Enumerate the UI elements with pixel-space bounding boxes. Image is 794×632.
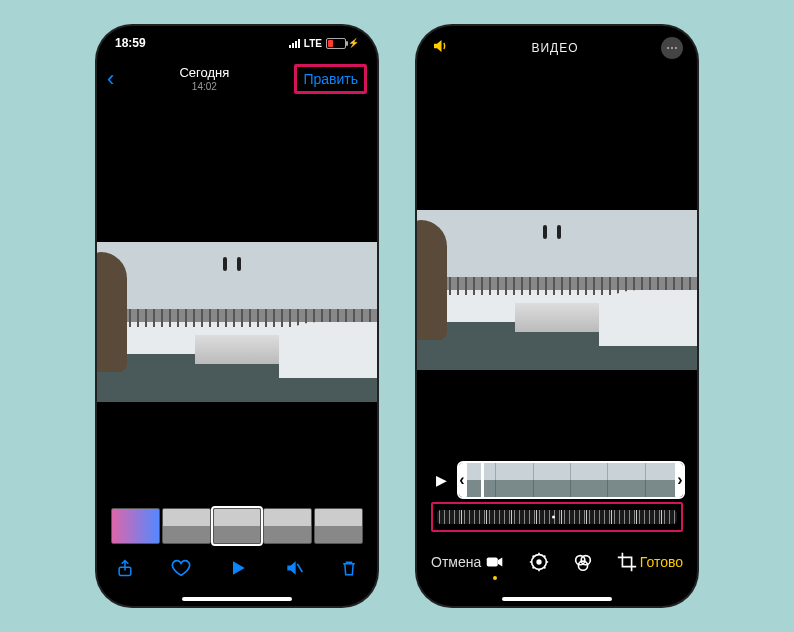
- back-button[interactable]: ‹: [107, 66, 114, 92]
- battery-icon: [326, 38, 346, 49]
- clock: 18:59: [115, 36, 146, 50]
- thumbnail-selected[interactable]: [213, 508, 262, 544]
- trim-handle-right[interactable]: [675, 461, 685, 499]
- favorite-icon[interactable]: [170, 557, 192, 584]
- sound-icon[interactable]: [431, 37, 449, 59]
- network-label: LTE: [304, 38, 322, 49]
- svg-rect-2: [486, 557, 497, 566]
- video-preview-edit[interactable]: [417, 210, 697, 370]
- edit-button[interactable]: Править: [294, 64, 367, 94]
- title-bar: ‹ Сегодня 14:02 Править: [97, 60, 377, 102]
- video-frame: [97, 242, 377, 402]
- thumbnail-strip[interactable]: [111, 508, 363, 544]
- svg-line-1: [297, 563, 302, 571]
- thumbnail[interactable]: [162, 508, 211, 544]
- svg-point-4: [537, 560, 541, 564]
- trim-track[interactable]: [457, 461, 685, 499]
- charging-icon: ⚡: [348, 38, 359, 48]
- trim-timeline[interactable]: ▶: [429, 462, 685, 498]
- mute-icon[interactable]: [284, 558, 304, 583]
- edit-bottom-bar: Отмена Готово: [417, 540, 697, 584]
- playhead[interactable]: [481, 461, 484, 499]
- video-mode-icon[interactable]: [484, 551, 506, 573]
- edit-top-bar: ВИДЕО ⋯: [417, 26, 697, 70]
- adjustment-ruler[interactable]: [431, 502, 683, 532]
- svg-point-6: [581, 556, 590, 565]
- video-frame: [417, 210, 697, 370]
- share-icon[interactable]: [115, 558, 135, 583]
- status-bar: 18:59 LTE ⚡: [97, 26, 377, 60]
- crop-icon[interactable]: [616, 551, 638, 573]
- signal-icon: [289, 39, 300, 48]
- adjust-icon[interactable]: [528, 551, 550, 573]
- status-indicators: LTE ⚡: [289, 38, 359, 49]
- video-preview[interactable]: [97, 242, 377, 402]
- phone-view-edit: ВИДЕО ⋯ ▶ Отмена: [417, 26, 697, 606]
- cancel-button[interactable]: Отмена: [431, 554, 481, 570]
- play-icon[interactable]: ▶: [429, 463, 453, 497]
- play-icon[interactable]: [228, 558, 248, 583]
- ruler-indicator: [552, 516, 555, 519]
- thumbnail[interactable]: [111, 508, 160, 544]
- thumbnail[interactable]: [314, 508, 363, 544]
- home-indicator[interactable]: [182, 597, 292, 601]
- more-icon[interactable]: ⋯: [661, 37, 683, 59]
- thumbnail[interactable]: [263, 508, 312, 544]
- page-title: Сегодня: [179, 65, 229, 80]
- filters-icon[interactable]: [572, 551, 594, 573]
- phone-view-gallery: 18:59 LTE ⚡ ‹ Сегодня 14:02 Править: [97, 26, 377, 606]
- trim-handle-left[interactable]: [457, 461, 467, 499]
- trash-icon[interactable]: [339, 558, 359, 583]
- ruler-scale[interactable]: [437, 510, 677, 524]
- page-subtitle: 14:02: [179, 81, 229, 93]
- home-indicator[interactable]: [502, 597, 612, 601]
- title-center: Сегодня 14:02: [179, 65, 229, 93]
- done-button[interactable]: Готово: [640, 554, 683, 570]
- svg-point-7: [578, 561, 587, 570]
- bottom-toolbar: [97, 548, 377, 592]
- edit-title: ВИДЕО: [531, 41, 578, 55]
- edit-mode-icons: [484, 551, 638, 573]
